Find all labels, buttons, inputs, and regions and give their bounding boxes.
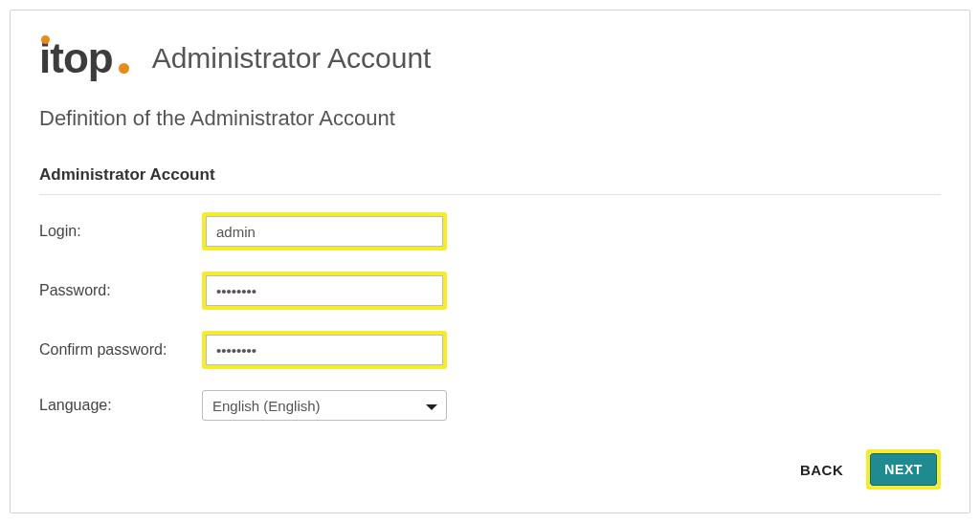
highlight-box: NEXT bbox=[866, 449, 941, 490]
back-button[interactable]: BACK bbox=[794, 454, 849, 486]
highlight-box bbox=[202, 212, 447, 251]
highlight-box bbox=[202, 331, 447, 369]
confirm-password-label: Confirm password: bbox=[39, 341, 202, 359]
next-button[interactable]: NEXT bbox=[870, 453, 937, 486]
itop-logo: itop bbox=[39, 37, 129, 79]
confirm-password-input[interactable] bbox=[206, 335, 443, 365]
page-subtitle: Definition of the Administrator Account bbox=[39, 106, 941, 131]
row-confirm-password: Confirm password: bbox=[39, 331, 941, 369]
logo-dot-icon bbox=[41, 35, 50, 44]
row-password: Password: bbox=[39, 272, 941, 310]
header: itop Administrator Account bbox=[39, 37, 941, 79]
section-heading: Administrator Account bbox=[39, 165, 941, 195]
language-select-wrap: English (English) bbox=[202, 390, 447, 421]
highlight-box bbox=[202, 272, 447, 310]
page-title: Administrator Account bbox=[152, 42, 432, 75]
logo-text: itop bbox=[39, 37, 113, 79]
password-input[interactable] bbox=[206, 275, 443, 306]
language-select[interactable]: English (English) bbox=[202, 390, 447, 421]
setup-wizard-panel: itop Administrator Account Definition of… bbox=[10, 10, 970, 513]
logo-period-icon bbox=[119, 63, 129, 74]
password-label: Password: bbox=[39, 282, 202, 299]
wizard-footer: BACK NEXT bbox=[794, 449, 941, 490]
language-label: Language: bbox=[39, 397, 202, 414]
login-label: Login: bbox=[39, 223, 202, 240]
row-login: Login: bbox=[39, 212, 941, 251]
row-language: Language: English (English) bbox=[39, 390, 941, 421]
login-input[interactable] bbox=[206, 216, 443, 247]
